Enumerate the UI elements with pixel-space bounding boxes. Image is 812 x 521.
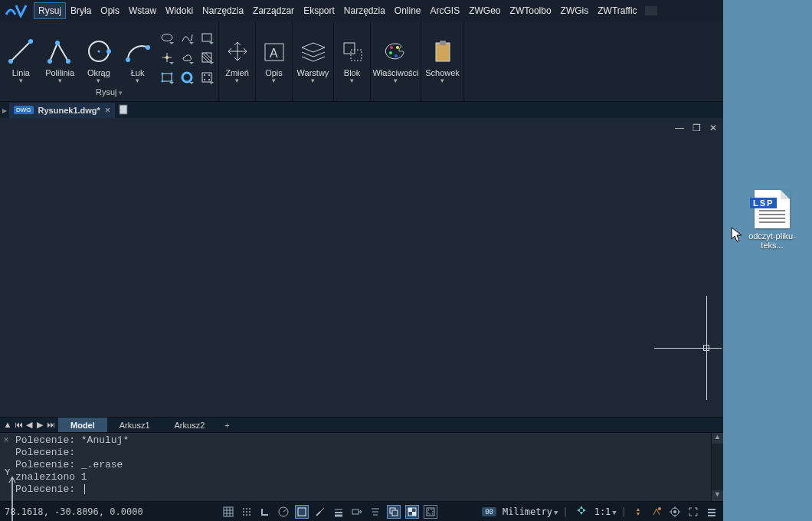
tool-text[interactable]: A Opis ▾ [259, 36, 289, 86]
transparency-icon[interactable] [405, 505, 419, 519]
svg-point-5 [66, 59, 70, 64]
menu-eksport[interactable]: Eksport [299, 2, 339, 19]
customize-icon[interactable] [705, 505, 719, 519]
desktop-file-lsp[interactable]: LSP odczyt-pliku-teks... [742, 190, 803, 250]
tool-properties[interactable]: Właściwości ▾ [373, 36, 419, 86]
new-document-button[interactable] [115, 103, 132, 117]
snap-icon[interactable] [240, 505, 254, 519]
layout-tab-arkusz2[interactable]: Arkusz2 [162, 418, 218, 433]
ribbon-minimize-icon[interactable] [645, 6, 657, 15]
tool-clipboard[interactable]: Schowek ▾ [424, 36, 460, 86]
move-icon [226, 36, 249, 67]
inner-close-icon[interactable]: ✕ [708, 123, 719, 133]
svg-point-11 [162, 34, 172, 41]
cmd-prompt[interactable]: Polecenie: [15, 483, 708, 496]
tool-ellipse[interactable] [159, 29, 175, 46]
cmd-line: Polecenie: *Anuluj* [15, 434, 708, 447]
tool-point[interactable] [159, 49, 175, 66]
layout-nav-back-icon[interactable]: ◀ [25, 420, 34, 430]
workspace-icon[interactable] [668, 505, 682, 519]
tool-rectangle[interactable] [198, 29, 215, 46]
doc-tabs-arrow-icon[interactable]: ▸ [0, 105, 9, 116]
tool-donut[interactable] [178, 69, 195, 86]
anno-visibility-icon[interactable] [631, 505, 645, 519]
layout-nav-fwd-icon[interactable]: ▶ [35, 420, 44, 430]
menu-widoki[interactable]: Widoki [161, 2, 198, 19]
scroll-up-icon[interactable]: ▲ [712, 433, 723, 444]
menu-rysuj[interactable]: Rysuj [34, 2, 66, 19]
tool-polyline[interactable]: Polilinia ▾ [42, 36, 78, 86]
line-icon [8, 36, 34, 67]
chevron-down-icon: ▾ [136, 77, 139, 84]
annotation-scale-icon[interactable] [576, 505, 587, 518]
menu-opis[interactable]: Opis [96, 2, 124, 19]
anno-autoscale-icon[interactable] [650, 505, 663, 519]
close-tab-icon[interactable]: × [105, 105, 110, 116]
command-history[interactable]: Polecenie: *Anuluj* Polecenie: Polecenie… [12, 433, 711, 501]
tool-revcloud[interactable] [178, 49, 195, 66]
dyninput-icon[interactable] [350, 505, 364, 519]
tool-circle[interactable]: Okrąg ▾ [81, 36, 117, 86]
layout-nav: ▲ ⏮ ◀ ▶ ⏭ [0, 420, 58, 430]
model-space-icon[interactable] [424, 505, 437, 519]
menu-zwtoolbox[interactable]: ZWToolbo [506, 2, 556, 19]
layout-nav-prev-icon[interactable]: ⏮ [14, 420, 23, 430]
chevron-down-icon: ▾ [97, 77, 100, 84]
tool-modify[interactable]: Zmień ▾ [222, 36, 252, 86]
otrack-icon[interactable] [313, 505, 327, 519]
menu-zarzadzaj[interactable]: Zarządzar [248, 2, 299, 19]
layout-tab-bar: ▲ ⏮ ◀ ▶ ⏭ Model Arkusz1 Arkusz2 + [0, 417, 723, 432]
tool-layers[interactable]: Warstwy ▾ [296, 36, 330, 86]
svg-point-55 [246, 511, 247, 513]
menu-wstaw[interactable]: Wstaw [124, 2, 161, 19]
menu-arcgis[interactable]: ArcGIS [426, 2, 465, 19]
ortho-icon[interactable] [258, 505, 272, 519]
menu-narzedzia2[interactable]: Narzędzia [339, 2, 390, 19]
ucs-axis-icon [8, 475, 92, 521]
osnap-icon[interactable] [295, 505, 309, 519]
scale-selector[interactable]: 1:1▼ [594, 506, 617, 517]
panel-title-draw[interactable]: Rysuj [3, 86, 215, 100]
fullscreen-icon[interactable] [686, 505, 700, 519]
grid-icon[interactable] [221, 505, 235, 519]
menu-online[interactable]: Online [390, 2, 426, 19]
menu-narzedzia[interactable]: Narzędzia [198, 2, 248, 19]
selection-cycle-icon[interactable] [387, 505, 401, 519]
layout-tab-model[interactable]: Model [58, 418, 107, 433]
dwg-badge-icon: DWG [14, 106, 34, 114]
units-selector[interactable]: Milimetry▼ [503, 506, 558, 517]
tool-line[interactable]: Linia ▾ [3, 36, 39, 86]
tool-block[interactable]: Blok ▾ [337, 36, 367, 86]
cad-app-window: Rysuj Bryła Opis Wstaw Widoki Narzędzia … [0, 0, 723, 521]
svg-point-28 [208, 74, 210, 76]
layout-tab-add[interactable]: + [217, 419, 237, 431]
polar-icon[interactable] [277, 505, 290, 519]
menu-zwtraffic[interactable]: ZWTraffic [593, 2, 641, 19]
layout-nav-next-icon[interactable]: ⏭ [46, 420, 55, 430]
menu-zwgis[interactable]: ZWGis [556, 2, 594, 19]
lineweight-icon[interactable] [332, 505, 345, 519]
tool-hatch[interactable] [198, 49, 215, 66]
scroll-down-icon[interactable]: ▼ [712, 490, 723, 501]
selection-filter-icon[interactable] [368, 505, 382, 519]
command-scrollbar[interactable]: ▲ ▼ [711, 433, 723, 501]
menu-zwgeo[interactable]: ZWGeo [464, 2, 505, 19]
svg-rect-74 [412, 512, 416, 516]
inner-restore-icon[interactable]: ❐ [691, 123, 702, 133]
svg-point-3 [47, 59, 52, 64]
document-tab[interactable]: DWG Rysunek1.dwg* × [9, 103, 115, 118]
tool-spline[interactable] [178, 29, 195, 46]
svg-point-8 [106, 49, 111, 54]
svg-line-0 [11, 41, 31, 61]
svg-point-52 [246, 508, 247, 510]
drawing-canvas[interactable]: — ❐ ✕ Y X [0, 118, 723, 417]
ribbon-panel-clipboard: Schowek ▾ [421, 21, 464, 101]
tool-region[interactable] [159, 69, 175, 86]
layout-tab-arkusz1[interactable]: Arkusz1 [107, 418, 162, 433]
inner-minimize-icon[interactable]: — [674, 123, 685, 133]
tool-arc[interactable]: Łuk ▾ [120, 36, 156, 86]
menu-bryla[interactable]: Bryła [66, 2, 96, 19]
layout-nav-first-icon[interactable]: ▲ [3, 420, 12, 430]
svg-point-25 [182, 73, 192, 82]
tool-wipeout[interactable] [198, 69, 215, 86]
